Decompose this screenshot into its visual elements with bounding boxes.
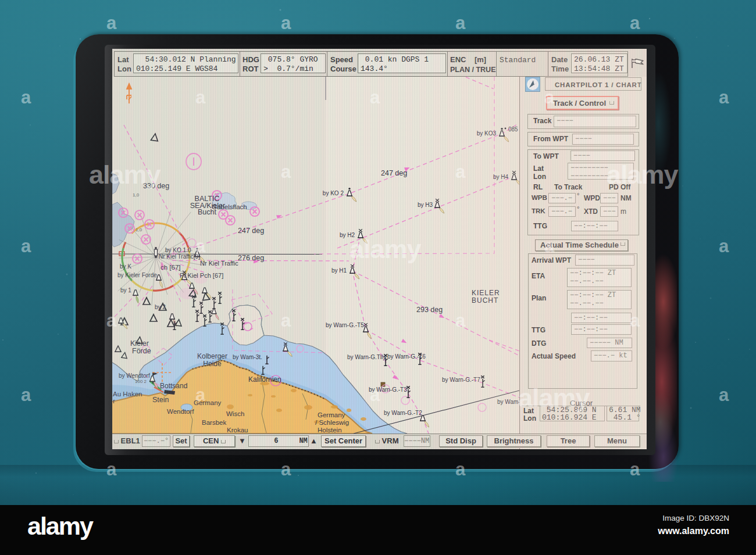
svg-text:by K: by K xyxy=(120,263,131,270)
svg-text:1,0: 1,0 xyxy=(135,227,142,232)
svg-text:Heide: Heide xyxy=(203,360,222,368)
svg-text:Kalifornien: Kalifornien xyxy=(248,375,281,384)
svg-text:by Wam-3t.: by Wam-3t. xyxy=(233,354,262,360)
svg-text:/ Schleswig: / Schleswig xyxy=(315,419,349,426)
svg-text:by 2: by 2 xyxy=(155,304,166,310)
svg-text:Pt Kiel Pch [67]: Pt Kiel Pch [67] xyxy=(180,272,223,279)
svg-text:085: 085 xyxy=(508,126,518,133)
svg-text:Germany: Germany xyxy=(318,411,345,418)
svg-text:ch [67]: ch [67] xyxy=(161,264,181,271)
svg-text:Wendtorf: Wendtorf xyxy=(167,408,194,415)
svg-text:276 deg: 276 deg xyxy=(238,254,264,262)
svg-text:Stein: Stein xyxy=(152,396,169,404)
svg-text:Krokau: Krokau xyxy=(227,427,248,434)
svg-text:by H3: by H3 xyxy=(418,202,433,208)
svg-text:by Warn-G.-T6: by Warn-G.-T6 xyxy=(387,353,426,360)
svg-text:Barsbek: Barsbek xyxy=(202,419,226,426)
svg-text:by KO 2: by KO 2 xyxy=(323,190,344,196)
svg-text:Bottsand: Bottsand xyxy=(160,382,187,390)
svg-text:KIELER: KIELER xyxy=(472,289,500,297)
svg-text:100 2: 100 2 xyxy=(135,379,147,384)
svg-text:by Wendtorf: by Wendtorf xyxy=(119,373,150,379)
svg-text:Holstein: Holstein xyxy=(318,427,342,434)
svg-text:247 deg: 247 deg xyxy=(381,169,407,177)
svg-text:by H4: by H4 xyxy=(493,174,509,180)
svg-text:293 deg: 293 deg xyxy=(416,306,443,314)
svg-text:by Warn-G.-T2: by Warn-G.-T2 xyxy=(384,410,422,416)
svg-text:Wisch: Wisch xyxy=(226,410,244,417)
svg-text:330 deg: 330 deg xyxy=(143,182,169,190)
svg-text:1,0: 1,0 xyxy=(133,192,140,198)
svg-text:by KO 1.0: by KO 1.0 xyxy=(165,247,191,253)
svg-text:Germany: Germany xyxy=(194,399,222,406)
svg-text:by Warn-G.-T3: by Warn-G.-T3 xyxy=(369,386,407,393)
svg-text:by KO3: by KO3 xyxy=(477,130,497,137)
svg-text:Gabelsflach: Gabelsflach xyxy=(212,203,247,210)
svg-text:by Warn-G.Tlly: by Warn-G.Tlly xyxy=(347,354,386,360)
svg-text:Kolberger: Kolberger xyxy=(197,352,227,360)
svg-text:247 deg: 247 deg xyxy=(238,227,264,235)
svg-text:by Warn-G.-T7: by Warn-G.-T7 xyxy=(442,377,480,383)
svg-text:by Kieler Forde: by Kieler Forde xyxy=(117,272,157,278)
svg-text:Nr Kiel Traffic[9]: Nr Kiel Traffic[9] xyxy=(159,253,200,260)
svg-text:by 1: by 1 xyxy=(120,287,131,293)
svg-text:Au Haken: Au Haken xyxy=(113,391,142,398)
svg-text:by H1: by H1 xyxy=(331,267,347,274)
svg-text:Förde: Förde xyxy=(132,347,151,355)
svg-text:by H2: by H2 xyxy=(340,232,355,238)
svg-text:Kieler: Kieler xyxy=(130,339,149,348)
svg-text:by Wam-: by Wam- xyxy=(497,399,519,405)
svg-text:Nr Kiel Traffic: Nr Kiel Traffic xyxy=(200,260,238,267)
svg-text:BUCHT: BUCHT xyxy=(472,296,498,305)
svg-text:r: r xyxy=(113,398,115,404)
svg-text:by Warn-G.-T5: by Warn-G.-T5 xyxy=(326,322,364,328)
